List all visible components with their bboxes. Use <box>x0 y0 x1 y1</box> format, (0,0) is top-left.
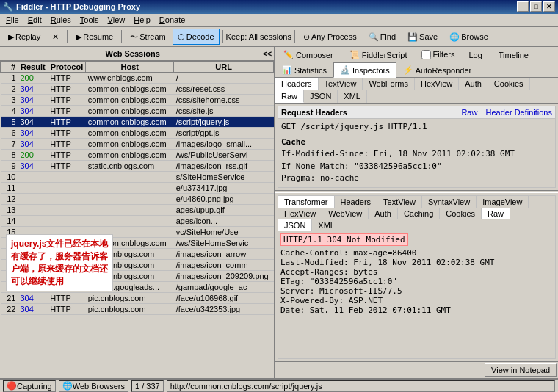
cell-url: s/SiteHomeService <box>174 172 274 183</box>
cell-url: vc/SiteHome/Use <box>174 227 274 238</box>
tab-timeline[interactable]: Timeline <box>490 48 537 62</box>
vtab-imageview[interactable]: ImageView <box>477 196 529 208</box>
table-row[interactable]: 14 ages/icon... <box>1 216 274 227</box>
tab-log[interactable]: Log <box>460 48 490 62</box>
table-row[interactable]: 22 304 HTTP pic.cnblogs.com /face/u34235… <box>1 304 274 315</box>
vtab-cookies[interactable]: Cookies <box>440 208 482 219</box>
subtab-auth[interactable]: Auth <box>459 78 488 90</box>
remove-button[interactable]: ✕ <box>47 29 64 45</box>
table-row[interactable]: 7 304 HTTP common.cnblogs.com /images/lo… <box>1 139 274 150</box>
table-row[interactable]: 6 304 HTTP common.cnblogs.com /script/gp… <box>1 128 274 139</box>
browse-button[interactable]: 🌐 Browse <box>444 29 493 45</box>
cell-num: 6 <box>1 128 18 139</box>
request-line: GET /script/jquery.js HTTP/1.1 <box>281 121 552 134</box>
split-handle[interactable] <box>275 190 558 193</box>
vtab-raw[interactable]: Raw <box>482 208 510 219</box>
tab-composer[interactable]: ✏️ Composer <box>275 47 341 62</box>
cell-result <box>18 194 48 205</box>
tab-fiddlerscript[interactable]: 📜 FiddlerScript <box>341 47 416 62</box>
col-icon[interactable]: # <box>1 62 18 73</box>
table-row[interactable]: 8 200 HTTP common.cnblogs.com /ws/Public… <box>1 150 274 161</box>
find-button[interactable]: 🔍 Find <box>363 29 401 45</box>
table-row[interactable]: 2 304 HTTP common.cnblogs.com /css/reset… <box>1 84 274 95</box>
table-row[interactable]: 13 ages/upup.gif <box>1 205 274 216</box>
cell-num: 13 <box>1 205 18 216</box>
subtab-cookies[interactable]: Cookies <box>488 78 530 90</box>
col-host[interactable]: Host <box>86 62 174 73</box>
cell-host: pic.cnblogs.com <box>86 304 174 315</box>
response-content[interactable]: HTTP/1.1 304 Not Modified Cache-Control:… <box>278 231 555 358</box>
tab-statistics[interactable]: 📊 Statistics <box>275 62 333 77</box>
cell-protocol: HTTP <box>48 73 86 84</box>
table-row[interactable]: 11 e/u373417.jpg <box>1 183 274 194</box>
filters-checkbox[interactable] <box>421 50 431 59</box>
rawtab-json[interactable]: JSON <box>304 90 338 103</box>
response-line: Date: Sat, 11 Feb 2012 07:01:11 GMT <box>280 305 553 315</box>
table-row[interactable]: 9 304 HTTP static.cnblogs.com /images/ic… <box>1 161 274 172</box>
menu-view[interactable]: View <box>104 14 130 26</box>
subtab-hexview[interactable]: HexView <box>415 78 459 90</box>
cell-url: /ws/PublicUserServi <box>174 150 274 161</box>
tab-filters[interactable]: Filters <box>416 48 461 62</box>
tab-autoresponder[interactable]: ⚡ AutoResponder <box>396 62 478 77</box>
replay-button[interactable]: ▶ Replay <box>3 29 46 45</box>
table-row[interactable]: 3 304 HTTP common.cnblogs.com /css/siteh… <box>1 95 274 106</box>
menu-file[interactable]: File <box>1 14 23 26</box>
menu-donate[interactable]: Donate <box>155 14 189 26</box>
col-protocol[interactable]: Protocol <box>48 62 86 73</box>
cell-url: /script/jquery.js <box>174 117 274 128</box>
menu-edit[interactable]: Edit <box>23 14 46 26</box>
table-row[interactable]: 10 s/SiteHomeService <box>1 172 274 183</box>
sessions-table-container[interactable]: # Result Protocol Host URL 1 200 HTTP ww… <box>0 61 274 378</box>
view-in-notepad-button[interactable]: View in Notepad <box>485 363 557 377</box>
toolbar: ▶ Replay ✕ ▶ Resume 〜 Stream ⬡ Decode Ke… <box>0 27 558 47</box>
right-panel: ✏️ Composer 📜 FiddlerScript Filters Log … <box>275 47 558 378</box>
table-row[interactable]: 12 e/u4860.png.jpg <box>1 194 274 205</box>
table-row[interactable]: 4 304 HTTP common.cnblogs.com /css/site.… <box>1 106 274 117</box>
vtab-xml2[interactable]: XML <box>312 219 341 231</box>
request-header-line: If-Modified-Since: Fri, 18 Nov 2011 02:0… <box>281 148 552 161</box>
vtab-caching[interactable]: Caching <box>398 208 440 219</box>
any-process-button[interactable]: ⊙ Any Process <box>298 29 362 45</box>
subtab-textview[interactable]: TextView <box>319 78 363 90</box>
vtab-hexview[interactable]: HexView <box>278 208 322 219</box>
stream-button[interactable]: 〜 Stream <box>125 29 170 45</box>
save-button[interactable]: 💾 Save <box>402 29 443 45</box>
menu-rules[interactable]: Rules <box>46 14 76 26</box>
vtab-json[interactable]: JSON <box>278 219 312 231</box>
resume-button[interactable]: ▶ Resume <box>70 29 118 45</box>
stream-icon: 〜 <box>130 32 138 43</box>
maximize-button[interactable]: □ <box>530 1 542 12</box>
menu-help[interactable]: Help <box>129 14 155 26</box>
web-icon: 🌐 <box>62 381 73 391</box>
table-row[interactable]: 21 304 HTTP pic.cnblogs.com /face/u10696… <box>1 293 274 304</box>
cell-protocol: HTTP <box>48 150 86 161</box>
cell-host: common.cnblogs.com <box>86 139 174 150</box>
vtab-syntaxview[interactable]: SyntaxView <box>422 196 477 208</box>
cell-host: pic.cnblogs.com <box>86 293 174 304</box>
tab-inspectors[interactable]: 🔬 Inspectors <box>333 62 396 78</box>
raw-link[interactable]: Raw <box>461 108 477 117</box>
raw-json-tabs: Raw JSON XML <box>275 90 558 104</box>
col-url[interactable]: URL <box>174 62 274 73</box>
cell-num: 14 <box>1 216 18 227</box>
vtab-headers[interactable]: Headers <box>335 196 378 208</box>
menu-tools[interactable]: Tools <box>76 14 104 26</box>
decode-button[interactable]: ⬡ Decode <box>173 29 220 45</box>
close-button[interactable]: ✕ <box>543 1 555 12</box>
vtab-transformer[interactable]: Transformer <box>278 196 335 208</box>
cell-url: /images/icon_arrow <box>174 249 274 260</box>
rawtab-xml[interactable]: XML <box>338 90 367 103</box>
vtab-webview[interactable]: WebView <box>322 208 369 219</box>
col-result[interactable]: Result <box>18 62 48 73</box>
table-row[interactable]: 5 304 HTTP common.cnblogs.com /script/jq… <box>1 117 274 128</box>
vtab-auth[interactable]: Auth <box>369 208 398 219</box>
vtab-textview[interactable]: TextView <box>377 196 422 208</box>
header-definitions-link[interactable]: Header Definitions <box>486 108 553 117</box>
table-row[interactable]: 1 200 HTTP www.cnblogs.com / <box>1 73 274 84</box>
subtab-webforms[interactable]: WebForms <box>363 78 415 90</box>
subtab-headers[interactable]: Headers <box>275 78 319 90</box>
collapse-button[interactable]: << <box>263 50 272 58</box>
rawtab-raw[interactable]: Raw <box>275 90 304 103</box>
minimize-button[interactable]: – <box>517 1 529 12</box>
